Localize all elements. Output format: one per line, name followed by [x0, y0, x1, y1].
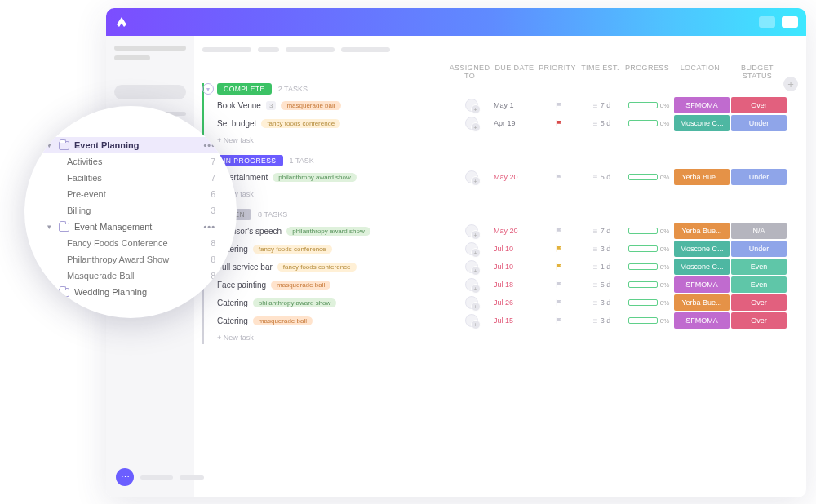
location-chip[interactable]: Moscone C...: [674, 115, 730, 131]
assignee-avatar[interactable]: [465, 278, 478, 291]
priority-flag-icon[interactable]: [555, 101, 563, 109]
col-header[interactable]: ASSIGNED TO: [447, 64, 492, 80]
due-date[interactable]: Jul 26: [494, 298, 539, 307]
budget-status-chip[interactable]: Even: [731, 276, 787, 293]
task-tag[interactable]: masquerade ball: [253, 316, 313, 325]
progress-cell[interactable]: 0%: [624, 102, 673, 109]
priority-flag-icon[interactable]: [555, 281, 563, 289]
progress-cell[interactable]: 0%: [624, 245, 673, 253]
budget-status-chip[interactable]: Under: [731, 115, 787, 131]
col-header[interactable]: BUDGET STATUS: [729, 64, 786, 80]
task-tag[interactable]: philanthropy award show: [253, 298, 337, 307]
budget-status-chip[interactable]: Even: [731, 259, 787, 275]
task-tag[interactable]: masquerade ball: [281, 101, 340, 110]
sidebar-item[interactable]: Fancy Foods Conference8: [42, 235, 220, 251]
assignee-avatar[interactable]: [465, 296, 478, 309]
due-date[interactable]: Jul 10: [494, 263, 539, 271]
time-estimate[interactable]: 5 d: [579, 281, 624, 290]
time-estimate[interactable]: 3 d: [579, 298, 624, 307]
task-row[interactable]: Face painting masquerade ball Jul 18 5 d…: [204, 276, 798, 294]
sidebar-folder[interactable]: ▾ Event Planning•••: [42, 137, 220, 153]
task-title[interactable]: Face painting: [217, 281, 266, 290]
progress-cell[interactable]: 0%: [624, 281, 673, 289]
location-chip[interactable]: Moscone C...: [674, 259, 730, 275]
location-chip[interactable]: SFMOMA: [674, 97, 730, 113]
more-icon[interactable]: •••: [203, 222, 215, 232]
sidebar-item[interactable]: Masquerade Ball8: [42, 267, 220, 284]
budget-status-chip[interactable]: Over: [731, 97, 787, 113]
task-tag[interactable]: masquerade ball: [271, 281, 330, 290]
priority-flag-icon[interactable]: [555, 298, 563, 307]
col-header[interactable]: TIME EST.: [578, 64, 623, 80]
sidebar-item[interactable]: Pre-event6: [42, 186, 220, 202]
sidebar-item[interactable]: Activities7: [42, 153, 220, 170]
location-chip[interactable]: Moscone C...: [674, 241, 730, 257]
priority-flag-icon[interactable]: [555, 245, 563, 253]
due-date[interactable]: Jul 18: [494, 281, 539, 289]
task-row[interactable]: Entertainment philanthropy award show Ma…: [204, 168, 798, 186]
assignee-avatar[interactable]: [465, 117, 478, 130]
assignee-avatar[interactable]: [465, 224, 478, 237]
progress-cell[interactable]: 0%: [624, 299, 673, 307]
task-tag[interactable]: fancy foods conference: [277, 263, 357, 272]
task-row[interactable]: Catering fancy foods conference Jul 10 3…: [204, 240, 798, 258]
time-estimate[interactable]: 5 d: [579, 119, 624, 128]
location-chip[interactable]: Yerba Bue...: [674, 294, 730, 311]
col-header[interactable]: PRIORITY: [537, 64, 578, 80]
priority-flag-icon[interactable]: [555, 263, 563, 271]
due-date[interactable]: Jul 10: [494, 245, 539, 253]
time-estimate[interactable]: 7 d: [579, 227, 624, 236]
assignee-avatar[interactable]: [465, 242, 478, 255]
time-estimate[interactable]: 3 d: [579, 316, 624, 325]
time-estimate[interactable]: 5 d: [579, 173, 624, 182]
priority-flag-icon[interactable]: [555, 119, 563, 127]
priority-flag-icon[interactable]: [555, 173, 563, 181]
due-date[interactable]: May 1: [494, 101, 539, 109]
location-chip[interactable]: SFMOMA: [674, 312, 730, 329]
budget-status-chip[interactable]: Under: [731, 169, 787, 185]
due-date[interactable]: Jul 15: [494, 316, 539, 325]
task-title[interactable]: Catering: [217, 298, 248, 307]
task-row[interactable]: Sponsor's speech philanthropy award show…: [204, 222, 798, 240]
new-task-button[interactable]: + New task: [204, 132, 798, 147]
window-button[interactable]: [782, 16, 798, 28]
budget-status-chip[interactable]: Over: [731, 294, 787, 311]
space-pill[interactable]: [114, 85, 186, 99]
location-chip[interactable]: Yerba Bue...: [674, 223, 730, 239]
assignee-avatar[interactable]: [465, 260, 478, 273]
task-title[interactable]: Set budget: [217, 119, 256, 128]
task-row[interactable]: Set budget fancy foods conference Apr 19…: [204, 114, 798, 132]
chat-fab-icon[interactable]: ⋯: [116, 468, 134, 486]
budget-status-chip[interactable]: Under: [731, 241, 787, 257]
priority-flag-icon[interactable]: [555, 227, 563, 235]
due-date[interactable]: May 20: [494, 227, 539, 235]
progress-cell[interactable]: 0%: [624, 263, 673, 271]
task-tag[interactable]: fancy foods conference: [253, 245, 332, 254]
priority-flag-icon[interactable]: [555, 316, 563, 325]
sidebar-item[interactable]: Facilities7: [42, 170, 220, 186]
location-chip[interactable]: SFMOMA: [674, 276, 730, 293]
task-row[interactable]: Catering masquerade ball Jul 15 3 d 0% S…: [204, 312, 798, 329]
task-tag[interactable]: philanthropy award show: [286, 227, 370, 236]
budget-status-chip[interactable]: N/A: [731, 223, 787, 239]
status-chip[interactable]: IN PROGRESS: [217, 155, 283, 166]
assignee-avatar[interactable]: [465, 314, 478, 327]
task-row[interactable]: Full service bar fancy foods conference …: [204, 258, 798, 276]
time-estimate[interactable]: 1 d: [579, 263, 624, 272]
time-estimate[interactable]: 3 d: [579, 245, 624, 254]
location-chip[interactable]: Yerba Bue...: [674, 169, 730, 185]
sidebar-item[interactable]: Philanthropy Award Show8: [42, 251, 220, 267]
task-title[interactable]: Full service bar: [217, 263, 273, 272]
progress-cell[interactable]: 0%: [624, 174, 673, 181]
sidebar-item[interactable]: Billing3: [42, 202, 220, 219]
due-date[interactable]: May 20: [494, 173, 539, 181]
collapse-group-button[interactable]: ▾: [202, 83, 214, 95]
task-title[interactable]: Catering: [217, 316, 248, 325]
col-header[interactable]: PROGRESS: [623, 64, 672, 80]
assignee-avatar[interactable]: [465, 170, 478, 183]
task-title[interactable]: Book Venue: [217, 101, 261, 110]
progress-cell[interactable]: 0%: [624, 228, 673, 235]
new-task-button[interactable]: + New task: [204, 329, 798, 344]
task-tag[interactable]: philanthropy award show: [273, 173, 357, 182]
due-date[interactable]: Apr 19: [494, 119, 539, 127]
